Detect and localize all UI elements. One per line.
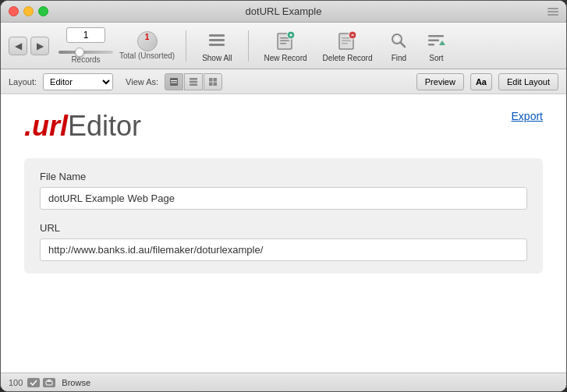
file-name-label: File Name bbox=[40, 171, 527, 182]
file-name-value[interactable]: dotURL Example Web Page bbox=[40, 187, 527, 210]
svg-rect-26 bbox=[190, 78, 197, 80]
svg-marker-22 bbox=[439, 41, 445, 45]
url-field-group: URL http://www.banks.id.au/filemaker/dot… bbox=[40, 222, 527, 261]
nav-back-button[interactable]: ◀ bbox=[9, 37, 27, 55]
delete-record-icon bbox=[336, 30, 358, 51]
svg-rect-28 bbox=[190, 83, 197, 86]
svg-rect-30 bbox=[214, 78, 218, 82]
page-heading: .url Editor bbox=[24, 110, 543, 143]
nav-forward-button[interactable]: ▶ bbox=[30, 37, 49, 55]
record-slider[interactable] bbox=[58, 51, 113, 54]
svg-rect-24 bbox=[171, 80, 177, 81]
svg-rect-1 bbox=[209, 39, 225, 41]
delete-record-label: Delete Record bbox=[323, 54, 373, 62]
total-count: 1 bbox=[137, 31, 158, 51]
toolbar-separator-1 bbox=[186, 30, 186, 62]
nav-group: ◀ ▶ bbox=[9, 37, 49, 55]
main-content: .url Editor Export File Name dotURL Exam… bbox=[1, 94, 566, 373]
view-buttons bbox=[165, 73, 222, 90]
record-number-input[interactable] bbox=[66, 27, 105, 43]
svg-rect-27 bbox=[190, 80, 197, 83]
status-icon-2 bbox=[43, 378, 55, 387]
find-icon bbox=[388, 30, 409, 51]
aa-button[interactable]: Aa bbox=[470, 73, 492, 90]
delete-record-button[interactable]: Delete Record bbox=[318, 28, 377, 64]
layout-label-text: Layout: bbox=[9, 77, 37, 87]
status-bar: 100 Browse bbox=[1, 373, 566, 391]
svg-rect-0 bbox=[209, 34, 225, 37]
svg-rect-23 bbox=[170, 78, 178, 86]
svg-rect-25 bbox=[171, 82, 177, 83]
records-group: Records bbox=[58, 27, 113, 64]
find-label: Find bbox=[392, 54, 406, 62]
layout-bar: Layout: Editor View As: bbox=[1, 69, 566, 94]
new-record-label: New Record bbox=[264, 54, 307, 62]
layout-select[interactable]: Editor bbox=[43, 73, 113, 90]
sort-icon bbox=[425, 30, 447, 51]
app-window: dotURL Example ◀ ▶ Records 1 Total (Uns bbox=[0, 0, 567, 392]
find-button[interactable]: Find bbox=[383, 28, 414, 64]
title-bar-right bbox=[548, 8, 558, 16]
url-value[interactable]: http://www.banks.id.au/filemaker/doturle… bbox=[40, 238, 527, 261]
new-record-button[interactable]: New Record bbox=[260, 28, 312, 64]
view-form-button[interactable] bbox=[165, 73, 183, 90]
maximize-button[interactable] bbox=[38, 6, 48, 16]
form-card: File Name dotURL Example Web Page URL ht… bbox=[24, 158, 543, 274]
svg-rect-32 bbox=[214, 82, 218, 86]
svg-rect-13 bbox=[342, 43, 348, 44]
show-all-label: Show All bbox=[202, 54, 232, 62]
svg-point-18 bbox=[395, 36, 400, 41]
window-title: dotURL Example bbox=[246, 5, 322, 17]
toolbar-separator-2 bbox=[248, 30, 249, 62]
sort-button[interactable]: Sort bbox=[420, 28, 452, 64]
svg-rect-21 bbox=[428, 44, 434, 46]
svg-rect-15 bbox=[352, 34, 354, 36]
heading-url: .url bbox=[24, 110, 68, 143]
status-icon-1 bbox=[27, 378, 40, 387]
browse-label: Browse bbox=[62, 378, 90, 387]
new-record-icon bbox=[275, 30, 296, 51]
svg-rect-9 bbox=[290, 34, 292, 36]
svg-rect-19 bbox=[428, 35, 444, 37]
records-label: Records bbox=[71, 55, 100, 64]
toolbar: ◀ ▶ Records 1 Total (Unsorted) bbox=[1, 23, 566, 69]
resize-icon bbox=[548, 8, 558, 16]
minimize-button[interactable] bbox=[23, 6, 34, 16]
slider-thumb bbox=[75, 48, 84, 57]
view-list-button[interactable] bbox=[184, 73, 203, 90]
total-label: Total (Unsorted) bbox=[119, 51, 175, 60]
svg-rect-2 bbox=[209, 44, 225, 46]
view-table-button[interactable] bbox=[204, 73, 222, 90]
preview-button[interactable]: Preview bbox=[416, 73, 464, 90]
status-icons bbox=[27, 378, 55, 387]
file-name-field-group: File Name dotURL Example Web Page bbox=[40, 171, 527, 210]
window-controls bbox=[9, 6, 48, 16]
edit-layout-button[interactable]: Edit Layout bbox=[498, 73, 558, 90]
total-indicator: 1 Total (Unsorted) bbox=[119, 31, 175, 60]
svg-rect-5 bbox=[280, 40, 289, 41]
export-link[interactable]: Export bbox=[512, 110, 543, 122]
sort-label: Sort bbox=[429, 54, 443, 62]
title-bar: dotURL Example bbox=[1, 1, 566, 23]
svg-rect-20 bbox=[428, 39, 439, 41]
svg-rect-12 bbox=[342, 40, 351, 41]
close-button[interactable] bbox=[9, 6, 19, 16]
show-all-icon bbox=[206, 30, 228, 51]
heading-editor: Editor bbox=[68, 110, 141, 143]
zoom-level: 100 bbox=[9, 378, 23, 387]
show-all-button[interactable]: Show All bbox=[197, 28, 236, 64]
svg-rect-6 bbox=[280, 43, 286, 44]
svg-rect-31 bbox=[209, 82, 213, 86]
svg-line-17 bbox=[401, 42, 406, 47]
svg-rect-29 bbox=[209, 78, 213, 82]
url-label: URL bbox=[40, 222, 527, 234]
view-as-label: View As: bbox=[126, 77, 158, 87]
